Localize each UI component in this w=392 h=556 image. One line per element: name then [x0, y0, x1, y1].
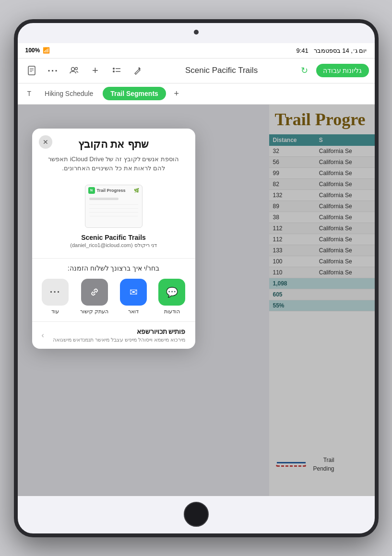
- more-circle: ···: [42, 279, 69, 306]
- permissions-right: פותיש תכויורשפא מירכוא מישמא וייסוהל מיי…: [53, 328, 185, 343]
- doc-icon[interactable]: [24, 62, 41, 79]
- screen: 100% 📶 יום ג׳, 14 בספטמבר 9:41 ···: [18, 43, 375, 496]
- status-time: 9:41: [296, 47, 308, 54]
- file-name: Scenic Pacific Trails: [81, 234, 146, 241]
- close-button[interactable]: ✕: [39, 135, 52, 149]
- preview-line-short: [89, 198, 119, 200]
- add-icon[interactable]: +: [87, 62, 104, 79]
- svg-point-7: [113, 71, 115, 72]
- more-label: עוד: [51, 308, 59, 315]
- file-owner: דני ריקולס (daniel_rico1@icloud.com): [70, 242, 157, 248]
- permissions-title: פותיש תכויורשפא: [53, 328, 185, 335]
- list-icon[interactable]: [108, 62, 125, 79]
- more-icon[interactable]: ···: [45, 62, 62, 79]
- svg-rect-0: [28, 66, 35, 75]
- status-bar: 100% 📶 יום ג׳, 14 בספטמבר 9:41: [18, 43, 375, 59]
- permissions-chevron: ‹: [42, 331, 44, 340]
- toolbar-right: ↻ גליונות עבודה: [297, 63, 369, 78]
- tools-icon[interactable]: [129, 62, 146, 79]
- link-circle: [81, 279, 108, 306]
- collaborate-button[interactable]: גליונות עבודה: [316, 64, 369, 77]
- svg-point-4: [71, 68, 74, 71]
- tab-hiking-schedule[interactable]: Hiking Schedule: [37, 87, 101, 100]
- toolbar-title: Scenic Pacific Trails: [150, 66, 293, 75]
- wifi-icon: 📶: [43, 47, 50, 54]
- messages-label: הודעות: [164, 308, 180, 315]
- tabs-bar: T Hiking Schedule Trail Segments +: [18, 83, 375, 105]
- preview-logo: N: [88, 187, 95, 194]
- svg-point-5: [75, 68, 77, 70]
- share-title: שתף את הקובץ: [42, 138, 186, 151]
- share-btn-messages[interactable]: 💬 הודעות: [158, 279, 185, 315]
- battery-icon: 100%: [25, 47, 40, 54]
- share-subtitle: הוספת אנשים לקובץ זה של iCloud Drive תאפ…: [42, 154, 186, 173]
- tab-hidden: T: [24, 87, 36, 100]
- share-dialog-header: ✕ שתף את הקובץ הוספת אנשים לקובץ זה של i…: [32, 129, 195, 179]
- ipad-frame: 100% 📶 יום ג׳, 14 בספטמבר 9:41 ···: [14, 19, 379, 537]
- share-dialog: ✕ שתף את הקובץ הוספת אנשים לקובץ זה של i…: [32, 129, 195, 349]
- svg-point-6: [113, 68, 115, 70]
- status-left: 100% 📶: [25, 47, 50, 54]
- mail-circle: ✉: [120, 279, 147, 306]
- messages-circle: 💬: [158, 279, 185, 306]
- send-label: בחר/י איך ברצונך לשלוח הזמנה:: [32, 264, 195, 272]
- home-button[interactable]: [184, 502, 209, 527]
- preview-header: N Trail Progress 🌿: [85, 185, 142, 196]
- divider-1: [32, 258, 195, 259]
- share-buttons-row: ··· עוד העתק קישור: [32, 279, 195, 321]
- collab-icon[interactable]: [66, 62, 83, 79]
- mail-label: דואר: [128, 308, 139, 315]
- share-btn-link[interactable]: העתק קישור: [80, 279, 108, 315]
- sensor-dot: [194, 30, 199, 35]
- share-btn-mail[interactable]: ✉ דואר: [120, 279, 147, 315]
- preview-lines: [85, 196, 142, 227]
- sync-button[interactable]: ↻: [297, 63, 312, 78]
- battery-percent: 100%: [25, 47, 40, 54]
- file-preview: N Trail Progress 🌿: [85, 185, 143, 228]
- toolbar: ··· +: [18, 59, 375, 83]
- tab-add-button[interactable]: +: [170, 87, 183, 100]
- status-time-date: יום ג׳, 14 בספטמבר 9:41: [296, 47, 367, 54]
- share-btn-more[interactable]: ··· עוד: [42, 279, 69, 315]
- permissions-section[interactable]: ‹ פותיש תכויורשפא מירכוא מישמא וייסוהל מ…: [32, 322, 195, 349]
- link-label: העתק קישור: [80, 308, 108, 315]
- tab-trail-segments[interactable]: Trail Segments: [103, 87, 166, 100]
- main-content: Trail Progre Distance S 32California Se5…: [18, 105, 375, 496]
- status-date: יום ג׳, 14 בספטמבר: [314, 47, 367, 54]
- preview-line-grid: [89, 202, 138, 216]
- permissions-subtitle: מירכוא מישמא וייסוהל מייניש עצבל מיאשר ת…: [53, 337, 185, 343]
